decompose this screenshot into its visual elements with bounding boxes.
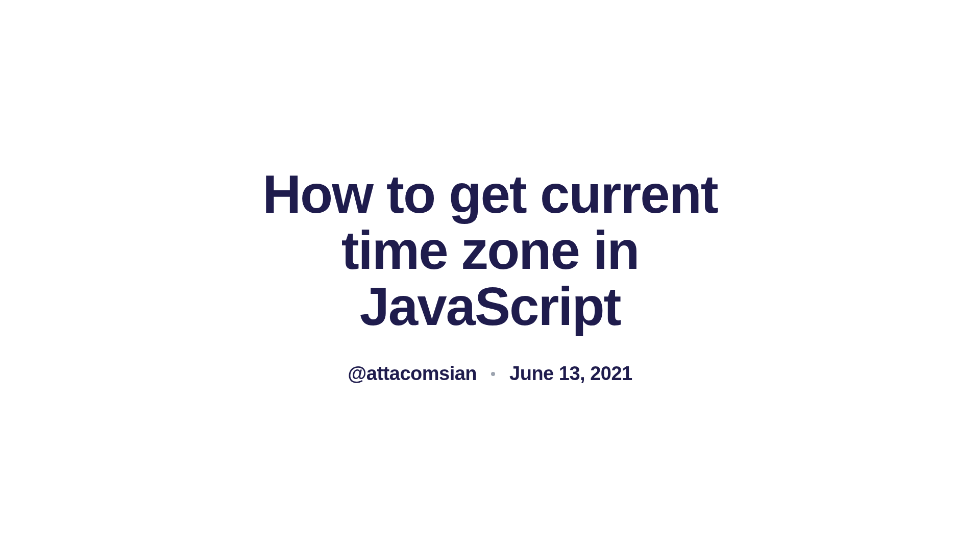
- article-meta: @attacomsian June 13, 2021: [209, 363, 771, 385]
- separator-dot-icon: [491, 372, 495, 376]
- article-title: How to get current time zone in JavaScri…: [209, 166, 771, 335]
- article-author: @attacomsian: [348, 363, 477, 385]
- article-header: How to get current time zone in JavaScri…: [209, 166, 771, 385]
- article-date: June 13, 2021: [509, 363, 632, 385]
